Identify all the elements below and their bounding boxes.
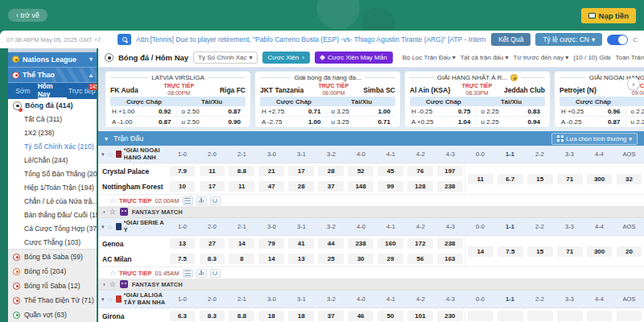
tab-early[interactable]: Sớm: [8, 83, 38, 99]
statistics-button[interactable]: [196, 269, 207, 278]
ou-line[interactable]: o 2.25: [476, 108, 513, 115]
odds-cell[interactable]: 6.7: [497, 174, 523, 184]
handicap-odds[interactable]: 0.96: [592, 108, 625, 115]
odds-cell[interactable]: 29: [378, 254, 403, 264]
full-match-dropdown[interactable]: Toàn Trận▾: [615, 54, 644, 61]
odds-cell[interactable]: 128: [407, 181, 433, 192]
fantasy-match-row[interactable]: › ☆ FANTASY MATCH: [98, 206, 644, 218]
away-team-name[interactable]: AC Milan: [98, 251, 167, 266]
odds-cell[interactable]: [497, 311, 523, 321]
handicap-odds[interactable]: 0.71: [293, 108, 326, 115]
odds-cell[interactable]: 41: [288, 238, 314, 249]
odds-cell[interactable]: 76: [407, 166, 433, 176]
odds-cell[interactable]: 14: [468, 246, 493, 257]
odds-cell[interactable]: 21: [258, 166, 284, 176]
back-button[interactable]: ‹ trở về: [8, 9, 47, 22]
odds-row[interactable]: H +2.750.71o 3.251.00: [260, 106, 395, 117]
ou-line[interactable]: u 2.50: [176, 118, 213, 126]
favorite-star-icon[interactable]: ☆: [109, 280, 116, 288]
odds-cell[interactable]: 11: [229, 181, 254, 192]
bet-type-item[interactable]: Cá Cược Tổng Hợp (373): [8, 221, 97, 235]
favorite-star-icon[interactable]: ☆: [109, 208, 116, 216]
bet-type-item[interactable]: Cược Thẳng (103): [8, 235, 97, 249]
odds-cell[interactable]: 172: [407, 238, 433, 249]
handicap-odds[interactable]: 0.92: [143, 108, 176, 115]
refresh-button[interactable]: [210, 269, 221, 278]
odds-cell[interactable]: 13: [170, 238, 196, 249]
odds-cell[interactable]: 7.9: [170, 166, 196, 176]
handicap-line[interactable]: H -0.25: [410, 108, 443, 115]
odds-cell[interactable]: 37: [318, 181, 344, 192]
odds-cell[interactable]: 27: [200, 238, 225, 249]
odds-cell[interactable]: 56: [407, 254, 433, 264]
odds-cell[interactable]: 13: [288, 254, 314, 264]
odds-cell[interactable]: 14: [229, 238, 254, 249]
ou-line[interactable]: u 3.25: [326, 118, 363, 126]
odds-cell[interactable]: 238: [437, 238, 463, 249]
odds-cell[interactable]: 79: [258, 238, 284, 249]
away-team-name[interactable]: Nottingham Forest: [98, 179, 167, 194]
bet-type-item[interactable]: Chẵn / Lẻ của Nửa trậ... (169): [8, 194, 97, 208]
handicap-odds[interactable]: 0.87: [592, 118, 625, 126]
chevron-right-icon[interactable]: ›: [103, 208, 105, 216]
ou-odds[interactable]: 0.94: [512, 118, 545, 126]
handicap-line[interactable]: A -1.00: [110, 118, 143, 126]
odds-cell[interactable]: 17: [288, 166, 314, 176]
odds-cell[interactable]: 8.3: [200, 254, 225, 264]
odds-cell[interactable]: 6.3: [170, 311, 196, 321]
statistics-button[interactable]: [196, 196, 207, 205]
odds-cell[interactable]: 8: [229, 254, 254, 264]
odds-cell[interactable]: [587, 311, 613, 321]
odds-cell[interactable]: 163: [437, 254, 463, 264]
odds-cell[interactable]: 44: [318, 238, 344, 249]
handicap-line[interactable]: A +0.25: [410, 118, 443, 126]
odds-cell[interactable]: 101: [407, 311, 433, 321]
sidebar-header-sports[interactable]: Thể Thao ▴: [8, 68, 97, 83]
handicap-line[interactable]: H +1.00: [110, 108, 143, 115]
bet-type-item[interactable]: 1X2 (238): [8, 126, 97, 139]
sidebar-item-basketball[interactable]: Bóng rổ (204): [8, 264, 97, 279]
odds-cell[interactable]: 32: [617, 174, 642, 184]
ou-odds[interactable]: 1.00: [362, 108, 395, 115]
match-list-button[interactable]: [183, 269, 193, 278]
odds-cell[interactable]: 10: [170, 181, 196, 192]
chevron-down-icon[interactable]: ▾: [101, 296, 105, 303]
odds-cell[interactable]: 238: [348, 238, 374, 249]
odds-cell[interactable]: 17: [200, 181, 225, 192]
handicap-line[interactable]: H +2.75: [260, 108, 293, 115]
odds-row[interactable]: A -0.250.87u 2.25: [559, 117, 644, 127]
odds-cell[interactable]: 197: [437, 166, 463, 176]
sidebar-item-basketball-saba[interactable]: Bóng rổ Saba (12): [8, 279, 97, 293]
home-team-name[interactable]: Genoa: [98, 236, 167, 251]
odds-cell[interactable]: 7.5: [170, 254, 196, 264]
odds-cell[interactable]: 47: [258, 181, 284, 192]
odds-cell[interactable]: 300: [587, 246, 613, 257]
odds-cell[interactable]: 14: [258, 254, 284, 264]
chevron-right-icon[interactable]: ›: [103, 281, 105, 288]
odds-cell[interactable]: 50: [378, 311, 403, 321]
odds-cell[interactable]: [617, 311, 642, 321]
odds-row[interactable]: H -0.250.75o 2.250.83: [410, 106, 545, 117]
home-team-name[interactable]: Girona: [98, 308, 167, 322]
tab-today[interactable]: Hôm Nay: [38, 83, 68, 99]
home-team-name[interactable]: Crystal Palace: [98, 163, 167, 179]
handicap-odds[interactable]: 1.00: [293, 118, 326, 126]
bet-type-item[interactable]: Tất Cả (311): [8, 112, 97, 126]
favorite-star-icon[interactable]: ☆: [107, 223, 114, 231]
odds-cell[interactable]: 99: [378, 181, 403, 192]
odds-row[interactable]: A -2.751.00u 3.250.71: [260, 117, 395, 127]
sidebar-header-nations-league[interactable]: Nations League ▾: [8, 52, 97, 68]
odds-row[interactable]: H +1.000.92o 2.500.87: [110, 106, 246, 117]
handicap-line[interactable]: A -0.25: [559, 118, 592, 126]
handicap-odds[interactable]: 0.75: [443, 108, 476, 115]
ou-line[interactable]: u 2.25: [625, 118, 644, 126]
odds-cell[interactable]: 148: [348, 181, 374, 192]
odds-cell[interactable]: 45: [378, 166, 403, 176]
parlay-button[interactable]: Cược Xiên›: [262, 52, 310, 64]
fantasy-match-row[interactable]: › ☆ FANTASY MATCH: [98, 279, 644, 291]
handicap-line[interactable]: A -2.75: [260, 118, 293, 126]
sidebar-item-tennis[interactable]: Quần vợt (63): [8, 308, 97, 322]
bet-type-item[interactable]: Hiệp 1/Toàn Trận (194): [8, 180, 97, 194]
odds-type-dropdown[interactable]: Tỷ lệ cược: CN▾: [535, 33, 602, 46]
odds-cell[interactable]: [527, 311, 553, 321]
